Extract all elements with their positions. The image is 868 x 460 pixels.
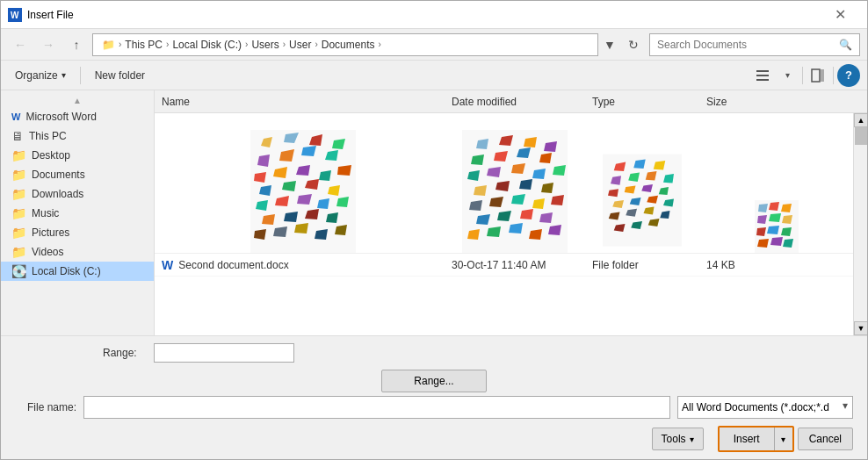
sidebar-item-microsoft-word[interactable]: W Microsoft Word [1, 107, 154, 126]
organize-button[interactable]: Organize ▾ [8, 66, 73, 85]
preview-pane-button[interactable] [807, 64, 829, 87]
filetype-select-wrapper: All Word Documents (*.docx;*.d [677, 396, 853, 419]
svg-rect-4 [756, 79, 769, 81]
view-separator [802, 67, 803, 84]
range-button[interactable]: Range... [381, 370, 487, 392]
col-header-name[interactable]: Name [155, 90, 445, 112]
tools-button[interactable]: Tools ▾ [652, 428, 704, 450]
sidebar-label-local-disk: Local Disk (C:) [32, 265, 101, 277]
sidebar-item-downloads[interactable]: 📁 Downloads [1, 184, 154, 204]
thumb-size-thumbnails [755, 200, 799, 253]
dialog-icon: W [8, 8, 22, 22]
folder-icon-music: 📁 [11, 206, 26, 220]
back-button[interactable]: ← [8, 32, 33, 57]
thumb-name-cell [155, 130, 445, 253]
file-name: Second document.docx [178, 259, 288, 271]
file-size: 14 KB [706, 259, 735, 271]
toolbar-separator [80, 67, 81, 84]
insert-file-dialog: W Insert File ✕ ← → ↑ 📁 › This PC › Loca… [0, 0, 868, 460]
thumb-date-cell [445, 130, 585, 253]
file-name-cell: W Second document.docx [155, 258, 445, 272]
col-header-date[interactable]: Date modified [445, 90, 585, 112]
scroll-track[interactable] [854, 127, 867, 321]
tools-chevron-icon: ▾ [690, 435, 694, 444]
breadcrumb-documents: Documents [322, 39, 375, 51]
sidebar-label-videos: Videos [32, 246, 63, 258]
filetype-select[interactable]: All Word Documents (*.docx;*.d [677, 396, 853, 419]
view-dropdown-button[interactable]: ▾ [776, 64, 799, 87]
help-button[interactable]: ? [837, 64, 860, 87]
sidebar-item-this-pc[interactable]: 🖥 This PC [1, 126, 154, 146]
svg-rect-3 [756, 75, 769, 76]
thumbnail-1 [250, 130, 356, 253]
col-header-type[interactable]: Type [585, 90, 699, 112]
sidebar-item-local-disk[interactable]: 💽 Local Disk (C:) [1, 262, 154, 281]
search-icon: 🔍 [839, 39, 852, 51]
view-list-button[interactable] [751, 64, 774, 87]
insert-btn-group: Insert ▾ [718, 426, 794, 452]
forward-button[interactable]: → [36, 32, 61, 57]
sidebar-label-microsoft-word: Microsoft Word [25, 111, 96, 123]
col-date-label: Date modified [452, 96, 517, 108]
scroll-up-arrow[interactable]: ▲ [854, 113, 867, 127]
file-type: File folder [592, 259, 639, 271]
scroll-up-indicator: ▲ [1, 94, 154, 107]
cancel-button[interactable]: Cancel [798, 428, 853, 450]
filename-input[interactable] [83, 396, 670, 419]
range-input[interactable] [154, 343, 294, 363]
new-folder-button[interactable]: New folder [88, 66, 152, 85]
range-btn-row: Range... [15, 370, 853, 392]
file-word-icon: W [162, 258, 173, 272]
breadcrumb-users: Users [251, 39, 278, 51]
preview-icon [811, 68, 825, 83]
file-list-header: Name Date modified Type Size [155, 90, 867, 113]
insert-button[interactable]: Insert [720, 428, 775, 450]
dropdown-button[interactable]: ▼ [602, 32, 618, 57]
sidebar-item-pictures[interactable]: 📁 Pictures [1, 223, 154, 242]
thumbnail-row [155, 113, 853, 254]
scroll-down-arrow[interactable]: ▼ [854, 321, 867, 335]
file-type-cell: File folder [585, 259, 699, 271]
search-input[interactable] [657, 39, 839, 51]
sidebar-label-documents: Documents [32, 169, 85, 181]
sidebar-item-music[interactable]: 📁 Music [1, 204, 154, 223]
table-row[interactable]: W Second document.docx 30-Oct-17 11:40 A… [155, 254, 853, 277]
svg-rect-5 [812, 69, 820, 82]
folder-icon-pictures: 📁 [11, 226, 26, 240]
drive-icon: 💽 [11, 264, 26, 278]
close-button[interactable]: ✕ [820, 1, 860, 29]
file-list[interactable]: W Second document.docx 30-Oct-17 11:40 A… [155, 113, 853, 335]
vertical-scrollbar[interactable]: ▲ ▼ [853, 113, 867, 335]
view-buttons: ▾ ? [751, 64, 860, 87]
up-button[interactable]: ↑ [64, 32, 89, 57]
main-content: ▲ W Microsoft Word 🖥 This PC 📁 Desktop 📁… [1, 90, 867, 335]
folder-icon-downloads: 📁 [11, 187, 26, 201]
insert-dropdown-button[interactable]: ▾ [775, 428, 792, 450]
refresh-button[interactable]: ↻ [621, 32, 646, 57]
sidebar-item-documents[interactable]: 📁 Documents [1, 165, 154, 184]
scroll-thumb[interactable] [855, 127, 867, 145]
toolbar: Organize ▾ New folder ▾ [1, 61, 867, 90]
col-header-size[interactable]: Size [699, 90, 853, 112]
nav-bar: ← → ↑ 📁 › This PC › Local Disk (C:) › Us… [1, 29, 867, 61]
filename-label: File name: [15, 401, 76, 413]
svg-marker-105 [770, 237, 783, 246]
breadcrumb[interactable]: 📁 › This PC › Local Disk (C:) › Users › … [92, 33, 598, 56]
sidebar-label-downloads: Downloads [32, 188, 83, 200]
svg-marker-99 [769, 213, 781, 222]
new-folder-label: New folder [95, 69, 145, 82]
tools-label: Tools [662, 433, 686, 445]
separator2 [833, 67, 834, 84]
file-area-wrapper: Name Date modified Type Size [155, 90, 867, 335]
breadcrumb-sep: › [119, 40, 121, 49]
organize-chevron-icon: ▾ [61, 70, 66, 80]
range-label: Range: [103, 347, 147, 359]
search-box: 🔍 [649, 33, 860, 56]
breadcrumb-icon: 📁 [102, 39, 115, 51]
sidebar-item-desktop[interactable]: 📁 Desktop [1, 146, 154, 165]
sidebar-item-videos[interactable]: 📁 Videos [1, 242, 154, 262]
thumb-type-cell [585, 147, 699, 253]
svg-marker-102 [767, 226, 779, 234]
col-size-label: Size [706, 96, 727, 108]
file-date: 30-Oct-17 11:40 AM [452, 259, 546, 271]
